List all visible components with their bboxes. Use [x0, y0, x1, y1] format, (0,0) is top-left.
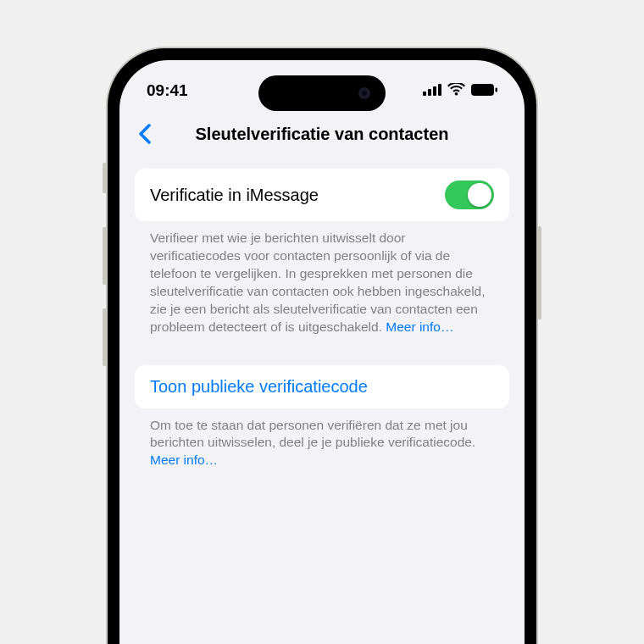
- camera-icon: [358, 87, 370, 99]
- wifi-icon: [447, 81, 465, 100]
- section2-footer: Om toe te staan dat personen verifiëren …: [135, 408, 509, 470]
- section1-footer: Verifieer met wie je berichten uitwissel…: [135, 221, 509, 336]
- section1-footer-text: Verifieer met wie je berichten uitwissel…: [150, 230, 486, 334]
- svg-rect-0: [423, 92, 426, 96]
- more-info-link-2[interactable]: Meer info…: [150, 452, 218, 467]
- toggle-knob: [468, 183, 491, 207]
- show-public-code-label: Toon publieke verificatiecode: [150, 377, 368, 396]
- svg-rect-4: [471, 84, 494, 96]
- svg-rect-3: [438, 84, 441, 96]
- side-buttons-right: [537, 226, 541, 319]
- svg-rect-1: [428, 89, 431, 96]
- status-time: 09:41: [147, 81, 188, 100]
- toggle-label: Verificatie in iMessage: [150, 186, 319, 205]
- battery-icon: [471, 81, 497, 100]
- show-public-code-row[interactable]: Toon publieke verificatiecode: [135, 365, 509, 408]
- cellular-icon: [423, 81, 441, 100]
- section2-footer-text: Om toe te staan dat personen verifiëren …: [150, 418, 475, 450]
- page-title: Sleutelverificatie van contacten: [128, 125, 516, 144]
- screen: 09:41 Sleutelverificatie: [119, 60, 525, 644]
- side-buttons-left: [103, 163, 107, 390]
- dynamic-island: [258, 75, 386, 111]
- svg-rect-5: [496, 88, 498, 92]
- imessage-verification-toggle[interactable]: [445, 180, 494, 209]
- phone-frame: 09:41 Sleutelverificatie: [106, 47, 538, 644]
- nav-bar: Sleutelverificatie van contacten: [119, 113, 525, 155]
- imessage-verification-row: Verificatie in iMessage: [135, 169, 509, 221]
- svg-rect-2: [433, 86, 436, 96]
- more-info-link-1[interactable]: Meer info…: [386, 319, 453, 334]
